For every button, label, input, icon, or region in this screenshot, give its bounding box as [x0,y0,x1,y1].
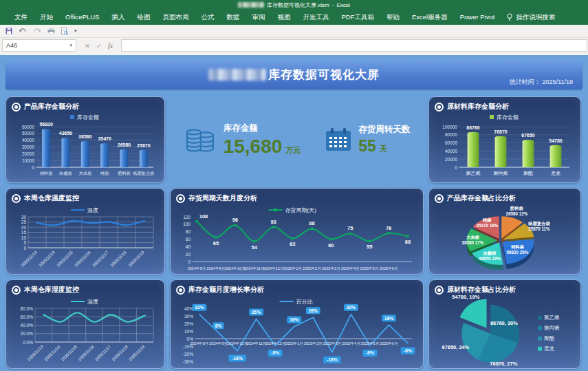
temperature-line-chart[interactable]: 温度0510152025302025/11/132025/11/142025/1… [10,203,160,273]
panel-bullet-icon [176,286,185,295]
svg-text:2024年8月: 2024年8月 [190,341,209,346]
rawmaterial-inventory-bar-chart[interactable]: 库存金额02000040000600008000010000086760聚乙烯7… [433,112,576,181]
ribbon-tab[interactable]: 帮助 [380,13,406,22]
ribbon-tab[interactable]: 插入 [105,13,131,22]
svg-text:-18%: -18% [327,357,338,362]
stats-time: 统计时间： 2025/11/19 [510,78,573,87]
svg-text:2025年6月: 2025年6月 [380,341,398,346]
svg-text:43650 19%: 43650 19% [479,256,501,261]
svg-text:-6%: -6% [404,348,412,353]
svg-text:76870: 76870 [494,129,508,134]
confirm-icon[interactable]: ✓ [96,42,102,50]
search-label: 操作说明搜索 [516,13,555,22]
panel-title: 产品库存金额分析 [24,102,79,112]
undo-icon[interactable] [19,28,27,34]
rawmaterial-share-pie-chart[interactable]: 86760, 30%76870, 27%67650, 24%54780, 19%… [433,295,576,367]
panel-bullet-icon [12,103,21,112]
ribbon-tab[interactable]: 开始 [34,13,59,22]
panel-bullet-icon [435,194,444,203]
ribbon-tab[interactable]: 审阅 [246,13,271,22]
document-title: 库存数据可视化大屏.xlsm [267,1,329,9]
panel-product-inventory-amount: 产品库存金额分析 库存金额010000200003000040000500006… [6,96,165,183]
svg-text:2025年3月: 2025年3月 [322,266,340,271]
panel-bullet-icon [435,286,444,295]
inventory-cycle-line-chart[interactable]: 存货周期(天)020406080100120108659854936288607… [175,203,419,273]
svg-text:2025年2月: 2025年2月 [304,341,323,346]
svg-text:108: 108 [199,213,208,220]
svg-text:2025/11/15: 2025/11/15 [61,344,78,362]
ribbon-tab[interactable]: PDF工具箱 [335,13,380,22]
svg-text:-9%: -9% [366,350,374,355]
svg-text:5: 5 [23,240,26,245]
growth-rate-line-chart[interactable]: 百分比-30%-20%-10%0%10%20%30%40%32%8%-16%26… [175,295,419,367]
svg-text:2024年12月: 2024年12月 [265,341,285,346]
svg-text:2024年10月: 2024年10月 [225,266,246,271]
svg-text:76: 76 [386,225,391,231]
product-share-pie-chart[interactable]: 肥料袋26580 12%纸塑复合袋25870 11%饲料袋56820 25%白糖… [433,203,576,273]
formula-input[interactable] [121,39,587,52]
print-icon[interactable] [47,28,55,34]
svg-text:2025/11/13: 2025/11/13 [21,250,39,268]
svg-text:2025/11/16: 2025/11/16 [74,250,92,268]
product-inventory-bar-chart[interactable]: 库存金额010000200003000040000500006000056820… [10,112,160,181]
svg-text:-30%: -30% [183,359,193,364]
svg-text:尼龙: 尼龙 [551,171,560,176]
svg-text:76870, 27%: 76870, 27% [490,361,517,367]
name-box-dropdown-icon[interactable]: ▾ [69,43,72,48]
humidity-line-chart[interactable]: 湿度0.0%20.0%40.0%60.0%80.0%2025/11/132025… [10,295,160,367]
save-icon[interactable] [6,28,12,34]
svg-text:25870: 25870 [137,143,151,148]
panel-title: 原材料库存金额分析 [447,102,509,112]
svg-text:库存金额: 库存金额 [497,114,519,120]
svg-text:67650, 24%: 67650, 24% [442,344,469,350]
svg-text:30: 30 [21,215,27,220]
ribbon-tab[interactable]: 数据 [220,13,246,22]
svg-text:32%: 32% [195,305,204,310]
kpi-unit: 天 [380,144,387,154]
ribbon-tab[interactable]: Excel服务器 [406,13,454,22]
svg-text:存货周期(天): 存货周期(天) [285,207,317,213]
svg-text:白糖袋: 白糖袋 [59,171,72,176]
ribbon-tab[interactable]: 页面布局 [156,13,195,22]
coins-icon [184,125,217,154]
svg-text:15: 15 [21,230,27,235]
ribbon-tab[interactable]: 绘图 [131,13,156,22]
redo-icon[interactable] [33,28,41,34]
ribbon-tab[interactable]: 公式 [195,13,220,22]
svg-text:65: 65 [213,240,219,246]
print-preview-icon[interactable] [61,28,68,35]
ribbon-tab[interactable]: 视图 [271,13,296,22]
fx-icon[interactable]: fx [108,42,113,50]
calendar-icon [325,127,351,152]
svg-text:0: 0 [455,165,457,170]
svg-text:2025年1月: 2025年1月 [285,341,303,346]
window-titlebar: 库存数据可视化大屏.xlsm - Excel [0,0,588,10]
svg-text:40: 40 [186,244,191,249]
svg-text:40%: 40% [184,306,193,311]
svg-text:温度: 温度 [87,207,98,213]
panel-title: 本周仓库温度监控 [24,193,79,203]
ribbon-tab[interactable]: 文件 [8,13,34,22]
svg-text:54: 54 [252,244,258,251]
tell-me-search[interactable]: 操作说明搜索 [506,13,555,22]
svg-text:60000: 60000 [445,140,457,145]
svg-text:-20%: -20% [183,352,193,357]
svg-text:0: 0 [23,246,26,251]
svg-text:2025/11/13: 2025/11/13 [27,344,45,362]
svg-text:2025年5月: 2025年5月 [360,266,379,271]
stats-time-value: 2025/11/19 [543,78,573,85]
svg-text:60: 60 [186,237,191,242]
svg-text:35470: 35470 [98,136,111,141]
ribbon-tab[interactable]: 开发工具 [296,13,335,22]
svg-text:聚乙烯: 聚乙烯 [544,315,560,321]
svg-text:10%: 10% [184,329,193,334]
svg-text:2025年6月: 2025年6月 [380,266,398,271]
qat-more-icon[interactable]: ▾ [74,28,77,34]
cancel-icon[interactable]: ✕ [85,42,90,50]
ribbon-tab[interactable]: Power Pivot [454,13,501,21]
ribbon-tab[interactable]: OfficePLUS [59,13,105,21]
svg-text:20%: 20% [184,321,193,326]
app-name: Excel [336,2,350,8]
svg-text:20.0%: 20.0% [21,331,34,336]
name-box[interactable]: A46 ▾ [2,39,76,52]
